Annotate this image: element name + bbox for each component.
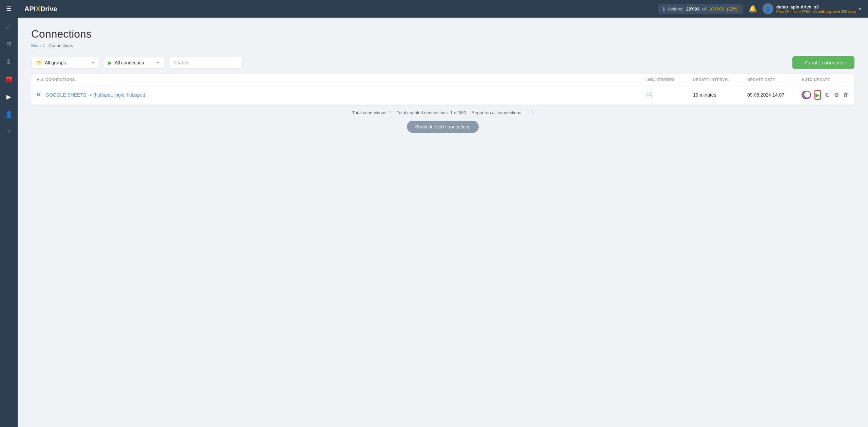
connection-chevron-icon: ▾	[157, 60, 159, 65]
user-section[interactable]: 👤 demo_apix-drive_s3 Plan |Premium PRO| …	[763, 3, 861, 14]
menu-icon: ☰	[6, 5, 12, 13]
actions-label: Actions:	[668, 6, 683, 12]
breadcrumb: Main / Connections	[31, 43, 854, 48]
log-icon[interactable]: 📄	[646, 92, 652, 98]
copy-connection-button[interactable]: ⧉	[824, 90, 830, 100]
gear-icon: ⚙	[834, 92, 839, 98]
report-icon[interactable]: 📄	[528, 110, 533, 115]
actions-total: 100'000	[709, 6, 724, 12]
info-icon: ℹ	[663, 6, 665, 12]
col-update-interval: UPDATE INTERVAL	[693, 78, 747, 82]
groups-chevron-icon: ▾	[92, 60, 94, 65]
user-icon: 👤	[5, 111, 13, 118]
topbar-right: ℹ Actions: 22'093 of 100'000 (22%) 🔔 👤 d…	[658, 3, 861, 14]
logo: API X Drive	[24, 5, 57, 13]
breadcrumb-current: Connections	[48, 43, 73, 48]
google-icon: G	[37, 92, 43, 98]
home-icon: ⌂	[7, 23, 11, 30]
notification-icon[interactable]: 🔔	[749, 5, 757, 13]
actions-used: 22'093	[686, 6, 699, 12]
connection-filter-label: All connection	[115, 60, 144, 65]
logo-api-text: API	[24, 5, 36, 13]
main-wrapper: API X Drive ℹ Actions: 22'093 of 100'000…	[18, 0, 868, 427]
trash-icon: 🗑	[843, 92, 849, 98]
col-all-connections: ALL CONNECTIONS	[37, 78, 646, 82]
filters-row: 📁 All groups ▾ ▶ All connection ▾ + Crea…	[31, 56, 854, 69]
toggle-knob	[804, 92, 810, 98]
actions-badge[interactable]: ℹ Actions: 22'093 of 100'000 (22%)	[658, 4, 743, 14]
connection-name-text: GOOGLE SHEETS -> (hubspot, logic, hubspo…	[45, 92, 145, 98]
grid-icon: ⊞	[6, 40, 12, 48]
log-errors-cell: 📄	[646, 92, 693, 98]
actions-of-text: of	[702, 6, 706, 12]
groups-filter[interactable]: 📁 All groups ▾	[31, 57, 99, 68]
col-log-errors: LOG / ERRORS	[646, 78, 693, 82]
content-area: Connections Main / Connections 📁 All gro…	[18, 18, 868, 427]
auto-update-cell: ▶ ⧉ ⚙ 🗑	[802, 90, 849, 100]
sidebar-item-dashboard[interactable]: ⊞	[0, 35, 18, 53]
show-deleted-button[interactable]: Show deleted connections	[407, 121, 478, 133]
folder-icon: 📁	[36, 60, 42, 65]
update-interval-cell: 10 minutes	[693, 92, 747, 98]
stats-row: Total connections: 1 Total enabled conne…	[31, 110, 854, 115]
total-enabled: Total enabled connections: 1 of 500	[397, 110, 466, 115]
play-filter-icon: ▶	[108, 60, 112, 65]
delete-connection-button[interactable]: 🗑	[843, 90, 849, 100]
tools-icon: 🧰	[5, 76, 13, 83]
sidebar-item-profile[interactable]: 👤	[0, 106, 18, 123]
user-plan: Plan |Premium PRO| left until payment 28…	[776, 9, 856, 14]
logo-x-text: X	[36, 5, 40, 13]
breadcrumb-separator: /	[43, 43, 45, 48]
sidebar-item-billing[interactable]: $	[0, 53, 18, 70]
topbar: API X Drive ℹ Actions: 22'093 of 100'000…	[18, 0, 868, 18]
col-auto-update: AUTO UPDATE	[802, 78, 849, 82]
chevron-down-icon[interactable]: ▾	[859, 6, 861, 12]
dollar-icon: $	[7, 58, 11, 65]
sidebar-item-home[interactable]: ⌂	[0, 18, 18, 35]
update-date-cell: 09.08.2024 14:07	[747, 92, 802, 98]
copy-icon: ⧉	[825, 92, 829, 98]
play-icon: ▶	[815, 92, 820, 98]
play-sidebar-icon: ▶	[6, 93, 11, 101]
breadcrumb-home[interactable]: Main	[31, 43, 41, 48]
sidebar-menu-button[interactable]: ☰	[0, 0, 18, 18]
sidebar-item-connections[interactable]: ▶	[0, 88, 18, 106]
sidebar-item-tools[interactable]: 🧰	[0, 70, 18, 88]
help-icon: ?	[7, 129, 11, 136]
settings-connection-button[interactable]: ⚙	[834, 90, 840, 100]
user-name: demo_apix-drive_s3	[776, 4, 856, 9]
run-connection-button[interactable]: ▶	[814, 90, 821, 100]
total-connections: Total connections: 1	[352, 110, 391, 115]
table-row: G GOOGLE SHEETS -> (hubspot, logic, hubs…	[31, 85, 854, 105]
actions-pct: (22%)	[727, 6, 739, 12]
groups-filter-label: All groups	[45, 60, 66, 65]
logo-drive-text: Drive	[40, 5, 57, 13]
connection-filter[interactable]: ▶ All connection ▾	[103, 57, 164, 68]
table-header: ALL CONNECTIONS LOG / ERRORS UPDATE INTE…	[31, 74, 854, 85]
sidebar-item-help[interactable]: ?	[0, 123, 18, 141]
page-title: Connections	[31, 28, 854, 40]
avatar: 👤	[763, 3, 773, 14]
col-update-date: UPDATE DATE	[747, 78, 802, 82]
user-info: demo_apix-drive_s3 Plan |Premium PRO| le…	[776, 4, 856, 14]
connection-name-link[interactable]: G GOOGLE SHEETS -> (hubspot, logic, hubs…	[37, 92, 646, 98]
avatar-icon: 👤	[765, 6, 771, 12]
sidebar: ☰ ⌂ ⊞ $ 🧰 ▶ 👤 ?	[0, 0, 18, 427]
connections-table: ALL CONNECTIONS LOG / ERRORS UPDATE INTE…	[31, 74, 854, 105]
connection-name-cell: G GOOGLE SHEETS -> (hubspot, logic, hubs…	[37, 92, 646, 98]
create-connection-button[interactable]: + Create connection	[792, 56, 854, 69]
search-input[interactable]	[168, 57, 243, 68]
report-label: Report on all connections:	[472, 110, 522, 115]
auto-update-toggle[interactable]	[802, 91, 811, 99]
